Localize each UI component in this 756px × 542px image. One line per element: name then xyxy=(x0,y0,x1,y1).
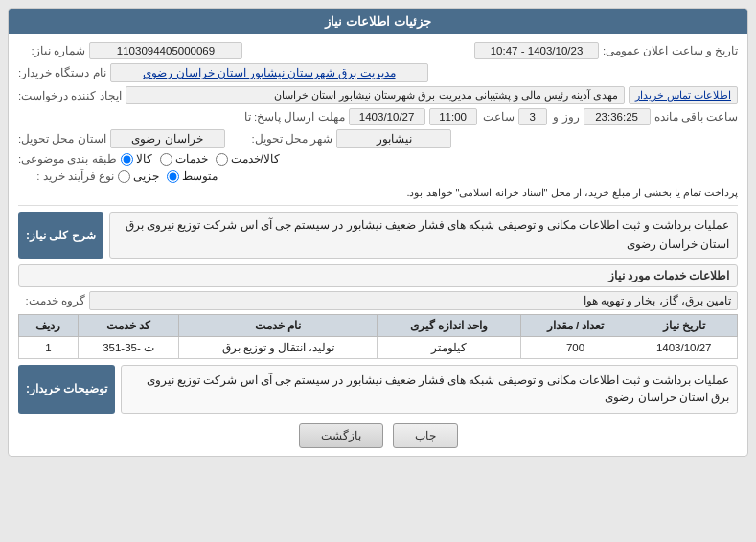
radio-khadamat-item[interactable]: خدمات xyxy=(160,152,208,166)
saat-value: 11:00 xyxy=(429,108,477,125)
ijad-konande-label: ایجاد کننده درخواست: xyxy=(18,89,122,102)
sharh-koli-label: شرح کلی نیاز: xyxy=(18,212,103,259)
saat-label: ساعت xyxy=(481,110,515,124)
header-title: جزئیات اطلاعات نیاز xyxy=(325,14,430,29)
col-tarikh: تاریخ نیاز xyxy=(630,315,738,337)
radio-kala-khadamat[interactable] xyxy=(216,153,228,166)
shahr-label: شهر محل تحویل: xyxy=(252,132,333,146)
tozihat-text: عملیات برداشت و ثبت اطلاعات مکانی و توصی… xyxy=(147,374,729,403)
cell-tarikh: 1403/10/27 xyxy=(630,337,738,359)
col-vahed: واحد اندازه گیری xyxy=(378,315,520,337)
tozihat-box: عملیات برداشت و ثبت اطلاعات مکانی و توصی… xyxy=(121,365,738,414)
gorooh-khadamat-label: گروه خدمت: xyxy=(18,294,85,307)
back-button[interactable]: بازگشت xyxy=(299,423,383,448)
gorooh-khadamat-value: تامین برق، گاز، بخار و تهویه هوا xyxy=(89,291,738,310)
col-nam: نام خدمت xyxy=(179,315,378,337)
col-tedaad: تعداد / مقدار xyxy=(520,315,630,337)
shomara-value: 1103094405000069 xyxy=(89,42,242,59)
radio-jozii-item[interactable]: جزیی xyxy=(118,169,159,183)
tarikh-label: تاریخ و ساعت اعلان عمومی: xyxy=(603,44,738,57)
radio-kala-khadamat-label: کالا/خدمت xyxy=(231,152,280,166)
mohlat-mande-label: ساعت باقی مانده xyxy=(654,110,738,124)
rooz-label: روز و xyxy=(551,110,580,124)
radio-kala-khadamat-item[interactable]: کالا/خدمت xyxy=(216,152,280,166)
sharh-koli-box: عملیات برداشت و ثبت اطلاعات مکانی و توصی… xyxy=(109,212,738,259)
radio-jozii[interactable] xyxy=(118,170,130,183)
nam-dastgah-value[interactable]: مدیریت برق شهرستان نیشابور استان خراسان … xyxy=(110,63,429,82)
radio-kala[interactable] xyxy=(121,153,133,166)
radio-motavaset-label: متوسط xyxy=(182,169,218,183)
table-row: 1403/10/27 700 کیلومتر تولید، انتقال و ت… xyxy=(19,337,738,359)
radio-khadamat[interactable] xyxy=(160,153,172,166)
print-button[interactable]: چاپ xyxy=(393,423,458,448)
col-radif: ردیف xyxy=(19,315,79,337)
radio-kala-label: کالا xyxy=(136,152,152,166)
col-kod: کد خدمت xyxy=(78,315,179,337)
shahr-value: نیشابور xyxy=(336,129,451,148)
tarikh-value: 1403/10/23 - 10:47 xyxy=(474,42,599,59)
payment-note: پرداخت تمام یا بخشی از مبلغ خرید، از محل… xyxy=(18,187,738,199)
button-row: چاپ بازگشت xyxy=(18,423,738,448)
shomara-label: شماره نیاز: xyxy=(18,44,85,57)
radio-motavaset[interactable] xyxy=(167,170,179,183)
mohlat-label: مهلت ارسال پاسخ: تا xyxy=(244,110,345,124)
radio-jozii-label: جزیی xyxy=(133,169,159,183)
ijad-konande-value: مهدی آدینه رئیس مالی و پشتیبانی مدیریت ب… xyxy=(126,86,625,104)
tabaqeh-radios: کالا/خدمت خدمات کالا xyxy=(121,152,280,166)
radio-khadamat-label: خدمات xyxy=(175,152,208,166)
nam-dastgah-label: نام دستگاه خریدار: xyxy=(18,66,106,79)
tozihat-label: توضیحات خریدار: xyxy=(18,365,115,414)
cell-tedaad: 700 xyxy=(520,337,630,359)
divider-1 xyxy=(18,205,738,206)
cell-kod: ت -35-351 xyxy=(78,337,179,359)
khadamat-table: تاریخ نیاز تعداد / مقدار واحد اندازه گیر… xyxy=(18,314,738,359)
nooe-radios: متوسط جزیی xyxy=(118,169,218,183)
atelaat-khadamat-section: اطلاعات خدمات مورد نیاز xyxy=(18,264,738,287)
ostan-label: استان محل تحویل: xyxy=(18,132,106,146)
cell-vahed: کیلومتر xyxy=(378,337,520,359)
cell-nam: تولید، انتقال و توزیع برق xyxy=(179,337,378,359)
rooz-value: 3 xyxy=(518,108,547,125)
radio-motavaset-item[interactable]: متوسط xyxy=(167,169,218,183)
card-header: جزئیات اطلاعات نیاز xyxy=(9,9,747,34)
cell-radif: 1 xyxy=(19,337,79,359)
atelaat-tamas-link[interactable]: اطلاعات تماس خریدار xyxy=(629,86,738,104)
nooe-label: نوع فرآیند خرید : xyxy=(18,169,114,183)
radio-kala-item[interactable]: کالا xyxy=(121,152,152,166)
mohlat-date-value: 1403/10/27 xyxy=(349,108,425,125)
mohlat-mande-value: 23:36:25 xyxy=(584,108,651,125)
tabaqeh-label: طبقه بندی موضوعی: xyxy=(18,152,117,166)
ostan-value: خراسان رضوی xyxy=(110,129,225,148)
sharh-koli-text: عملیات برداشت و ثبت اطلاعات مکانی و توصی… xyxy=(126,219,729,250)
